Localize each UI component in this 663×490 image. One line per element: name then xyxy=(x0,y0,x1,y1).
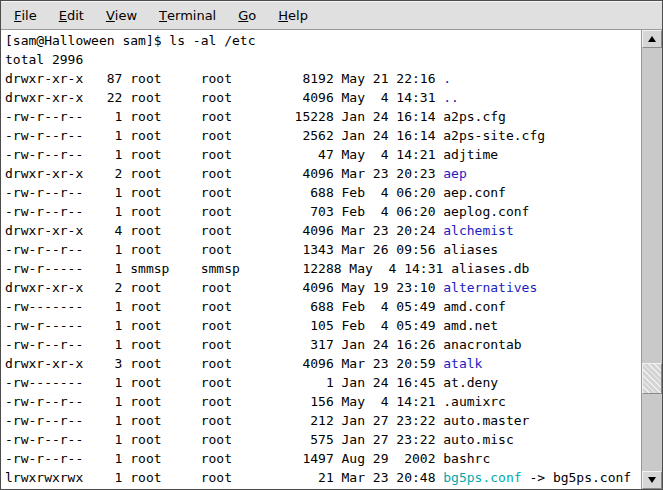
file-meta: lrwxrwxrwx 1 root root 21 Mar 23 20:48 xyxy=(5,470,443,485)
file-meta: drwxr-xr-x 2 root root 4096 May 19 23:10 xyxy=(5,280,443,295)
file-name: adjtime xyxy=(443,147,498,162)
file-meta: -rw-r--r-- 1 root root 2562 Jan 24 16:14 xyxy=(5,128,443,143)
scroll-up-button[interactable] xyxy=(642,30,662,48)
file-meta: -rw------- 1 root root 1 Jan 24 16:45 xyxy=(5,375,443,390)
scrollbar-thumb[interactable] xyxy=(642,363,662,394)
menu-edit[interactable]: Edit xyxy=(50,1,93,29)
file-name: atalk xyxy=(443,356,482,371)
vertical-scrollbar[interactable] xyxy=(641,30,662,489)
file-name: a2ps.cfg xyxy=(443,109,506,124)
file-meta: -rw------- 1 root root 688 Feb 4 05:49 xyxy=(5,299,443,314)
listing-row: -rw-r--r-- 1 root root 575 Jan 27 23:22 … xyxy=(5,430,641,449)
file-name: amd.net xyxy=(443,318,498,333)
menu-go[interactable]: Go xyxy=(229,1,265,29)
listing-row: -rw-r--r-- 1 root root 1343 Mar 26 09:56… xyxy=(5,240,641,259)
file-name: aliases.db xyxy=(451,261,529,276)
listing-row: -rw-r----- 1 root root 105 Feb 4 05:49 a… xyxy=(5,316,641,335)
up-arrow-icon xyxy=(648,36,656,42)
file-name: at.deny xyxy=(443,375,498,390)
file-meta: -rw-r--r-- 1 root root 703 Feb 4 06:20 xyxy=(5,204,443,219)
file-name: .. xyxy=(443,90,459,105)
listing-row: drwxr-xr-x 22 root root 4096 May 4 14:31… xyxy=(5,88,641,107)
file-name: auto.misc xyxy=(443,432,513,447)
file-name: aep xyxy=(443,166,466,181)
terminal-content: [sam@Halloween sam]$ ls -al /etc total 2… xyxy=(1,30,662,489)
total-line: total 2996 xyxy=(5,50,641,69)
listing-row: -rw-r--r-- 1 root root 15228 Jan 24 16:1… xyxy=(5,107,641,126)
file-name: auto.master xyxy=(443,413,529,428)
menu-help[interactable]: Help xyxy=(269,1,317,29)
listing-row: -rw-r--r-- 1 root root 317 Jan 24 16:26 … xyxy=(5,335,641,354)
file-name: anacrontab xyxy=(443,337,521,352)
listing-row: -rw-r--r-- 1 root root 2562 Jan 24 16:14… xyxy=(5,126,641,145)
menu-view[interactable]: View xyxy=(97,1,146,29)
file-name: .aumixrc xyxy=(443,394,506,409)
menu-file[interactable]: File xyxy=(5,1,46,29)
file-name: amd.conf xyxy=(443,299,506,314)
file-meta: -rw-r----- 1 smmsp smmsp 12288 May 4 14:… xyxy=(5,261,451,276)
scrollbar-trough[interactable] xyxy=(642,48,662,471)
file-name: aep.conf xyxy=(443,185,506,200)
listing-row: drwxr-xr-x 2 root root 4096 May 19 23:10… xyxy=(5,278,641,297)
listing-row: -rw------- 1 root root 688 Feb 4 05:49 a… xyxy=(5,297,641,316)
listing-row: -rw------- 1 root root 1 Jan 24 16:45 at… xyxy=(5,373,641,392)
file-meta: -rw-r--r-- 1 root root 575 Jan 27 23:22 xyxy=(5,432,443,447)
terminal-window: FileEditViewTerminalGoHelp [sam@Hallowee… xyxy=(0,0,663,490)
listing-row: lrwxrwxrwx 1 root root 21 Mar 23 20:48 b… xyxy=(5,468,641,487)
prompt-line: [sam@Halloween sam]$ ls -al /etc xyxy=(5,31,641,50)
file-meta: drwxr-xr-x 3 root root 4096 Mar 23 20:59 xyxy=(5,356,443,371)
file-listing: drwxr-xr-x 87 root root 8192 May 21 22:1… xyxy=(5,69,641,487)
file-meta: -rw-r--r-- 1 root root 156 May 4 14:21 xyxy=(5,394,443,409)
symlink-target: -> bg5ps.conf xyxy=(522,470,632,485)
file-meta: -rw-r--r-- 1 root root 15228 Jan 24 16:1… xyxy=(5,109,443,124)
file-meta: -rw-r--r-- 1 root root 1343 Mar 26 09:56 xyxy=(5,242,443,257)
file-name: alternatives xyxy=(443,280,537,295)
listing-row: drwxr-xr-x 4 root root 4096 Mar 23 20:24… xyxy=(5,221,641,240)
file-meta: -rw-r--r-- 1 root root 1497 Aug 29 2002 xyxy=(5,451,443,466)
file-meta: -rw-r--r-- 1 root root 212 Jan 27 23:22 xyxy=(5,413,443,428)
listing-row: drwxr-xr-x 2 root root 4096 Mar 23 20:23… xyxy=(5,164,641,183)
down-arrow-icon xyxy=(648,477,656,483)
terminal-screen[interactable]: [sam@Halloween sam]$ ls -al /etc total 2… xyxy=(1,30,641,489)
listing-row: -rw-r--r-- 1 root root 688 Feb 4 06:20 a… xyxy=(5,183,641,202)
file-meta: -rw-r----- 1 root root 105 Feb 4 05:49 xyxy=(5,318,443,333)
listing-row: -rw-r--r-- 1 root root 1497 Aug 29 2002 … xyxy=(5,449,641,468)
listing-row: drwxr-xr-x 87 root root 8192 May 21 22:1… xyxy=(5,69,641,88)
file-name: bg5ps.conf xyxy=(443,470,521,485)
listing-row: -rw-r----- 1 smmsp smmsp 12288 May 4 14:… xyxy=(5,259,641,278)
listing-row: -rw-r--r-- 1 root root 703 Feb 4 06:20 a… xyxy=(5,202,641,221)
file-meta: drwxr-xr-x 2 root root 4096 Mar 23 20:23 xyxy=(5,166,443,181)
file-name: alchemist xyxy=(443,223,513,238)
file-name: aliases xyxy=(443,242,498,257)
file-meta: drwxr-xr-x 87 root root 8192 May 21 22:1… xyxy=(5,71,443,86)
listing-row: -rw-r--r-- 1 root root 47 May 4 14:21 ad… xyxy=(5,145,641,164)
file-meta: -rw-r--r-- 1 root root 317 Jan 24 16:26 xyxy=(5,337,443,352)
file-name: bashrc xyxy=(443,451,490,466)
file-meta: drwxr-xr-x 22 root root 4096 May 4 14:31 xyxy=(5,90,443,105)
listing-row: -rw-r--r-- 1 root root 156 May 4 14:21 .… xyxy=(5,392,641,411)
menu-terminal[interactable]: Terminal xyxy=(150,1,225,29)
menu-bar: FileEditViewTerminalGoHelp xyxy=(1,1,662,30)
listing-row: drwxr-xr-x 3 root root 4096 Mar 23 20:59… xyxy=(5,354,641,373)
file-meta: -rw-r--r-- 1 root root 688 Feb 4 06:20 xyxy=(5,185,443,200)
file-name: . xyxy=(443,71,451,86)
scroll-down-button[interactable] xyxy=(642,471,662,489)
listing-row: -rw-r--r-- 1 root root 212 Jan 27 23:22 … xyxy=(5,411,641,430)
file-name: aeplog.conf xyxy=(443,204,529,219)
file-name: a2ps-site.cfg xyxy=(443,128,545,143)
file-meta: drwxr-xr-x 4 root root 4096 Mar 23 20:24 xyxy=(5,223,443,238)
file-meta: -rw-r--r-- 1 root root 47 May 4 14:21 xyxy=(5,147,443,162)
